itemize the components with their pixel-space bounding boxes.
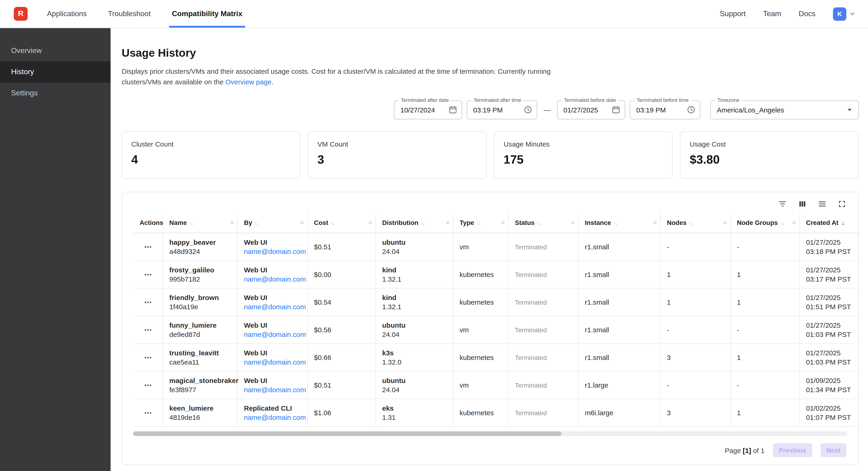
- clock-icon[interactable]: [523, 105, 533, 114]
- row-actions-button[interactable]: [142, 296, 154, 308]
- column-header-status[interactable]: Status↑↓=: [508, 213, 578, 233]
- column-label: Instance: [585, 219, 611, 227]
- cell-instance: r1.small: [578, 233, 660, 261]
- sidebar-item-settings[interactable]: Settings: [0, 83, 111, 104]
- sort-icon[interactable]: ↑↓: [254, 221, 258, 226]
- tab-compatibility-matrix[interactable]: Compatibility Matrix: [172, 0, 242, 28]
- row-actions-button[interactable]: [142, 406, 154, 419]
- created-by-email-link[interactable]: name@domain.com: [244, 274, 306, 284]
- column-header-cost[interactable]: Cost↑↓=: [307, 213, 375, 233]
- sort-icon[interactable]: ↑↓: [689, 221, 693, 226]
- column-menu-icon[interactable]: =: [446, 219, 450, 226]
- column-menu-icon[interactable]: =: [501, 219, 505, 226]
- field-value: 03:19 PM: [636, 106, 686, 114]
- distribution-name: kind: [382, 293, 446, 302]
- column-header-name[interactable]: Name↑↓=: [163, 213, 237, 233]
- column-menu-icon[interactable]: =: [369, 219, 372, 226]
- row-actions-button[interactable]: [142, 323, 154, 336]
- calendar-icon[interactable]: [448, 105, 458, 114]
- filter-icon[interactable]: [778, 199, 787, 208]
- row-actions-button[interactable]: [142, 240, 154, 253]
- sort-icon[interactable]: ↑↓: [614, 221, 617, 226]
- created-by-email-link[interactable]: name@domain.com: [244, 385, 306, 394]
- created-date: 01/02/2025: [806, 404, 853, 413]
- cell-by: Web UI name@domain.com: [237, 233, 307, 261]
- created-by-email-link[interactable]: name@domain.com: [244, 302, 306, 311]
- column-header-created-at[interactable]: Created At↓: [799, 213, 859, 233]
- sort-icon[interactable]: ↑↓: [780, 221, 784, 226]
- replicated-logo-icon[interactable]: R: [14, 7, 28, 21]
- column-menu-icon[interactable]: =: [300, 219, 304, 226]
- overview-page-link[interactable]: Overview page: [225, 78, 271, 86]
- calendar-icon[interactable]: [611, 105, 621, 114]
- created-date: 01/27/2025: [806, 265, 853, 274]
- cell-nodes: 3: [660, 344, 730, 371]
- nav-support-link[interactable]: Support: [720, 10, 746, 18]
- next-page-button[interactable]: Next: [820, 443, 846, 457]
- column-menu-icon[interactable]: =: [571, 219, 575, 226]
- sort-icon[interactable]: ↑↓: [331, 221, 334, 226]
- tab-troubleshoot[interactable]: Troubleshoot: [108, 0, 151, 28]
- cell-cost: $1.06: [307, 399, 375, 426]
- cell-created-at: 01/27/2025 01:03 PM PST: [799, 316, 859, 344]
- cell-nodes: 1: [660, 288, 730, 316]
- cell-created-at: 01/27/2025 01:03 PM PST: [799, 344, 859, 371]
- clock-icon[interactable]: [686, 105, 696, 114]
- columns-icon[interactable]: [798, 199, 807, 208]
- column-label: Distribution: [382, 219, 418, 227]
- row-actions-button[interactable]: [142, 268, 154, 281]
- horizontal-scrollbar-track[interactable]: [133, 431, 847, 436]
- nav-team-link[interactable]: Team: [763, 10, 781, 18]
- tab-applications[interactable]: Applications: [47, 0, 87, 28]
- cell-actions: [133, 233, 163, 261]
- row-actions-button[interactable]: [142, 351, 154, 364]
- stat-value: 4: [131, 152, 291, 167]
- column-menu-icon[interactable]: =: [793, 219, 796, 226]
- column-menu-icon[interactable]: =: [723, 219, 727, 226]
- row-actions-button[interactable]: [142, 379, 154, 391]
- cluster-id: cae5ea11: [169, 357, 230, 366]
- nav-docs-link[interactable]: Docs: [799, 10, 815, 18]
- previous-page-button[interactable]: Previous: [773, 443, 812, 457]
- user-menu[interactable]: K: [833, 7, 856, 21]
- created-by-email-link[interactable]: name@domain.com: [244, 330, 306, 339]
- sidebar-item-history[interactable]: History: [0, 61, 111, 83]
- column-menu-icon[interactable]: =: [653, 219, 657, 226]
- fullscreen-icon[interactable]: [838, 199, 846, 208]
- cell-actions: [133, 261, 163, 288]
- column-header-by[interactable]: By↑↓=: [237, 213, 307, 233]
- terminated-after-time-field[interactable]: Terminated after time 03:19 PM: [467, 100, 537, 119]
- column-label: Cost: [314, 219, 328, 227]
- terminated-before-time-field[interactable]: Terminated before time 03:19 PM: [630, 100, 700, 119]
- sidebar-item-label: History: [11, 68, 34, 76]
- column-header-type[interactable]: Type↑↓=: [453, 213, 508, 233]
- created-by-email-link[interactable]: name@domain.com: [244, 247, 306, 256]
- sort-icon[interactable]: ↑↓: [476, 221, 480, 226]
- cell-node-groups: -: [730, 371, 799, 399]
- horizontal-scrollbar-thumb[interactable]: [133, 431, 562, 436]
- column-header-distribution[interactable]: Distribution↑↓=: [375, 213, 453, 233]
- terminated-before-date-field[interactable]: Terminated before date 01/27/2025: [557, 100, 625, 119]
- created-by-email-link[interactable]: name@domain.com: [244, 357, 306, 366]
- sort-icon[interactable]: ↑↓: [421, 221, 424, 226]
- cell-name: trusting_leavitt cae5ea11: [163, 344, 237, 371]
- distribution-name: ubuntu: [382, 376, 446, 385]
- timezone-select[interactable]: Timezone America/Los_Angeles: [710, 100, 859, 119]
- column-menu-icon[interactable]: =: [230, 219, 234, 226]
- sort-desc-icon[interactable]: ↓: [842, 219, 845, 227]
- status-badge: Terminated: [515, 409, 547, 417]
- table-footer: Page [1] of 1 Previous Next: [122, 436, 858, 461]
- created-by-source: Web UI: [244, 293, 301, 302]
- column-header-node-groups[interactable]: Node Groups↑↓=: [730, 213, 799, 233]
- density-icon[interactable]: [818, 199, 827, 208]
- sidebar-item-overview[interactable]: Overview: [0, 40, 111, 61]
- cell-distribution: ubuntu 24.04: [375, 233, 453, 261]
- column-header-instance[interactable]: Instance↑↓=: [578, 213, 660, 233]
- column-header-nodes[interactable]: Nodes↑↓=: [660, 213, 730, 233]
- cell-name: keen_lumiere 4819de16: [163, 399, 237, 426]
- sort-icon[interactable]: ↑↓: [537, 221, 541, 226]
- sort-icon[interactable]: ↑↓: [189, 221, 193, 226]
- created-by-email-link[interactable]: name@domain.com: [244, 413, 306, 422]
- terminated-after-date-field[interactable]: Terminated after date 10/27/2024: [394, 100, 462, 119]
- field-label: Terminated after time: [471, 97, 524, 102]
